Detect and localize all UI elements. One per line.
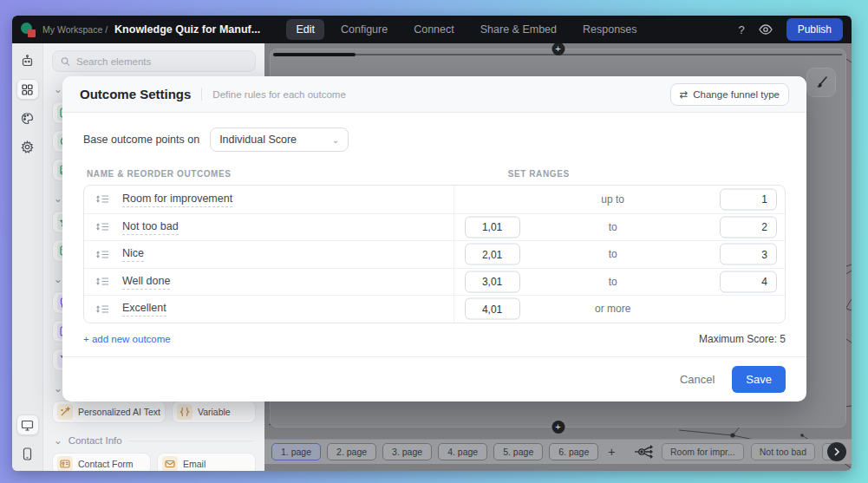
tab-configure[interactable]: Configure [331,19,397,40]
add-new-outcome-link[interactable]: + add new outcome [83,334,171,344]
ai-assistant-icon[interactable] [16,50,39,71]
tab-share-embed[interactable]: Share & Embed [471,19,566,40]
modal-title: Outcome Settings [80,87,191,101]
range-max-input[interactable] [720,244,777,265]
chevron-down-icon: ⌄ [54,83,62,95]
scroll-outcomes-right-button[interactable] [827,442,846,461]
tile-label: Personalized AI Text [78,407,160,417]
element-search[interactable] [52,50,256,72]
add-page-button[interactable]: + [604,445,618,459]
name-column-header: NAME & REORDER OUTCOMES [83,169,454,179]
outcome-row: Nice to [84,240,785,268]
progress-bar [273,53,356,56]
outcome-tab-room-for-improvement[interactable]: Room for impr... [662,443,744,460]
tile-label: Email [183,459,206,469]
search-input[interactable] [76,56,247,67]
contact-card-icon [57,456,73,471]
breadcrumb-workspace[interactable]: My Workspace / [42,24,108,35]
tab-edit[interactable]: Edit [286,19,324,40]
chevron-down-icon: ⌄ [54,434,62,447]
publish-button[interactable]: Publish [786,18,843,41]
design-palette-icon[interactable] [16,108,39,128]
settings-gear-icon[interactable] [16,136,39,157]
outcome-name-field[interactable]: Nice [122,246,144,262]
base-points-select[interactable]: Individual Score ⌄ [210,127,349,152]
section-contact-info[interactable]: ⌄ Contact Info [54,434,254,447]
braces-icon [177,404,193,420]
section-label: Contact Info [69,435,122,446]
left-icon-rail [12,43,43,471]
save-button[interactable]: Save [732,366,786,393]
project-title[interactable]: Knowledge Quiz for Manuf... [114,23,260,36]
drag-handle-icon[interactable] [95,249,109,260]
maximum-score-label: Maximum Score: 5 [699,333,786,345]
mobile-view-icon[interactable] [16,443,39,464]
chevron-down-icon: ⌄ [332,135,339,145]
search-icon [61,56,70,67]
page-tab-4[interactable]: 4. page [438,443,487,460]
chevron-down-icon: ⌄ [54,382,62,395]
outcome-name-field[interactable]: Well done [122,274,170,290]
range-max-input[interactable] [720,271,777,292]
main-nav: Edit Configure Connect Share & Embed Res… [281,19,652,40]
cancel-button[interactable]: Cancel [680,373,715,386]
desktop-view-icon[interactable] [16,414,39,435]
chevron-down-icon: ⌄ [54,193,62,205]
page-tab-5[interactable]: 5. page [493,443,543,460]
range-min-input[interactable] [465,216,520,238]
outcome-branch-icon [634,444,655,460]
tile-label: Variable [198,407,231,417]
outcome-name-field[interactable]: Room for improvement [122,192,232,207]
elements-blocks-icon[interactable] [16,79,39,100]
range-connector: to [609,276,617,288]
swap-arrows-icon: ⇄ [680,88,689,101]
design-brush-button[interactable] [806,68,836,97]
modal-subtitle: Define rules for each outcome [212,89,345,100]
range-connector: up to [601,193,624,206]
help-icon[interactable]: ? [738,23,744,36]
range-min-input[interactable] [465,244,520,265]
page-tab-3[interactable]: 3. page [382,443,432,460]
page-tab-6[interactable]: 6. page [549,443,598,460]
magic-wand-icon [57,404,73,420]
range-min-input[interactable] [465,271,520,292]
outcome-row: Not too bad to [84,213,785,241]
range-connector: or more [595,303,630,315]
paintbrush-icon [814,75,828,89]
range-max-input[interactable] [720,188,777,210]
page-tab-1[interactable]: 1. page [271,443,321,460]
change-funnel-type-button[interactable]: ⇄ Change funnel type [670,83,789,106]
chevron-right-icon [833,447,840,456]
drag-handle-icon[interactable] [95,221,109,232]
top-bar: My Workspace / Knowledge Quiz for Manuf.… [12,16,852,43]
app-logo-icon[interactable] [21,23,36,37]
page-tab-2[interactable]: 2. page [327,443,376,460]
tile-label: Contact Form [78,459,134,469]
tab-responses[interactable]: Responses [573,19,647,40]
drag-handle-icon[interactable] [95,193,109,205]
ranges-column-header: SET RANGES [454,169,570,179]
desktop-background: My Workspace / Knowledge Quiz for Manuf.… [0,0,868,483]
outcome-settings-modal: Outcome Settings Define rules for each o… [62,76,806,401]
outcome-row: Excellent or more [84,295,785,323]
outcomes-table: Room for improvement up to Not too bad [83,185,786,323]
outcome-tab-not-too-bad[interactable]: Not too bad [751,443,815,460]
modal-header: Outcome Settings Define rules for each o… [62,76,806,113]
range-max-input[interactable] [720,216,777,238]
tab-connect[interactable]: Connect [404,19,464,40]
outcome-name-field[interactable]: Excellent [122,301,166,317]
drag-handle-icon[interactable] [95,304,109,315]
element-tile-email[interactable]: Email [157,453,256,471]
drag-handle-icon[interactable] [95,276,109,287]
element-tile-ai-text[interactable]: Personalized AI Text [52,401,166,423]
preview-eye-icon[interactable] [759,24,773,35]
element-tile-variable[interactable]: Variable [172,401,256,423]
outcome-row: Room for improvement up to [84,186,785,213]
range-connector: to [609,221,617,233]
add-element-bottom-button[interactable]: + [551,421,565,434]
envelope-icon [162,456,178,471]
chevron-down-icon: ⌄ [54,273,62,285]
outcome-name-field[interactable]: Not too bad [122,219,179,235]
element-tile-contact-form[interactable]: Contact Form [52,453,151,471]
range-min-input[interactable] [465,298,520,320]
